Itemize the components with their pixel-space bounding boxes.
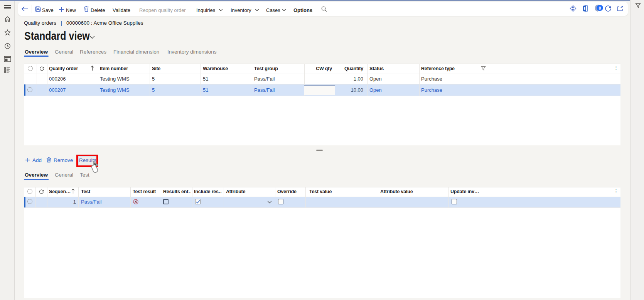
- svg-text:0: 0: [598, 6, 601, 10]
